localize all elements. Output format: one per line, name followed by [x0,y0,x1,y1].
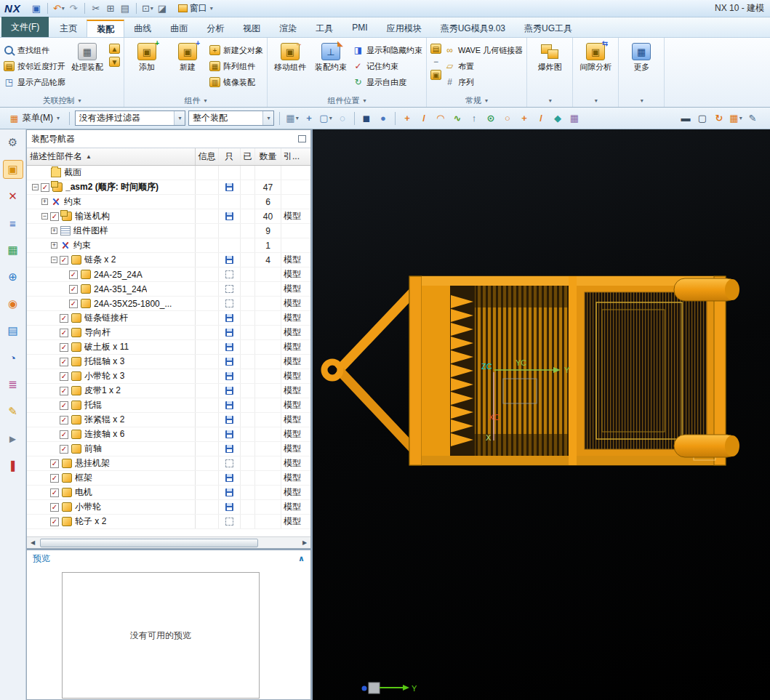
visibility-checkbox[interactable]: ✓ [60,343,68,352]
save-button[interactable]: ▣ [30,2,43,15]
group-label-clearance-analysis[interactable]: ▾ [577,94,614,107]
panel-splitter[interactable] [311,129,313,700]
show-degrees-of-freedom-button[interactable]: ↻ 显示自由度 [353,76,422,89]
snap-settings-button[interactable]: ▦▾ [285,110,300,126]
tab-analysis[interactable]: 分析 [197,20,233,37]
gem-point-button[interactable]: ◆ [550,110,565,126]
column-header-name[interactable]: 描述性部件名 ▲ [27,148,196,165]
selection-filter-dropdown[interactable]: 没有选择过滤器 ▾ [75,110,185,126]
find-component-button[interactable]: 查找组件 [4,44,65,57]
column-header-modified[interactable]: 已 [241,148,255,165]
tree-row-3[interactable]: −✓输送机构40模型 [27,209,310,224]
group-label-association-control[interactable]: 关联控制 ▾ [4,94,120,107]
selection-scope-dropdown[interactable]: 整个装配 ▾ [188,110,274,126]
visibility-checkbox[interactable]: ✓ [60,358,68,366]
window-capture-button[interactable]: ⊡▾ [141,2,154,15]
visibility-checkbox[interactable]: ✓ [60,387,68,395]
lasso-select-button[interactable]: ◌ [335,110,350,126]
tree-row-21[interactable]: ✓框架模型 [27,471,310,486]
cut-button[interactable]: ✂ [89,2,103,15]
tree-row-15[interactable]: ✓皮带1 x 2模型 [27,384,310,398]
visibility-checkbox[interactable]: ✓ [69,299,78,308]
wave-geometry-linker-button[interactable]: ∞ WAVE 几何链接器 [444,44,523,57]
notebook-button[interactable]: ❚ [3,456,23,475]
wave-page-icon[interactable]: ▤ [430,44,441,54]
display-mode-button[interactable]: ▬ [678,110,693,126]
tab-application[interactable]: 应用模块 [377,20,431,37]
tree-row-13[interactable]: ✓托辊轴 x 3模型 [27,355,310,369]
roles-gear-button[interactable]: ⚙ [3,133,23,152]
show-product-outline-button[interactable]: ◳ 显示产品轮廓 [4,76,65,89]
tree-row-2[interactable]: +约束6 [27,195,310,209]
manufacturing-wizard-button[interactable]: ► [3,429,23,448]
expand-toggle[interactable]: + [41,198,48,205]
column-header-readonly[interactable]: 只 [219,148,241,165]
remember-constraints-button[interactable]: ✓ 记住约束 [353,60,422,73]
scroll-right-icon[interactable]: ▶ [299,539,310,546]
tab-view[interactable]: 视图 [233,20,270,37]
visibility-checkbox[interactable]: ✓ [60,445,68,454]
spline-button[interactable]: ∿ [450,110,465,126]
tree-row-7[interactable]: ✓24A-25_24A模型 [27,267,310,282]
more-button[interactable]: ▦ 更多 [622,40,660,71]
visibility-checkbox[interactable]: ✓ [60,416,68,425]
snap-mid-button[interactable]: ◠ [433,110,448,126]
tree-row-8[interactable]: ✓24A-351_24A模型 [27,282,310,297]
process-studio-button[interactable]: ✎ [3,402,23,421]
scroll-left-icon[interactable]: ◀ [27,539,39,546]
tree-row-19[interactable]: ✓前轴模型 [27,442,310,456]
touch-select-button[interactable]: + [302,110,316,126]
expand-toggle[interactable]: + [51,242,57,249]
tree-row-11[interactable]: ✓导向杆模型 [27,326,310,340]
tree-row-16[interactable]: ✓托辊模型 [27,398,310,413]
visibility-checkbox[interactable]: ✓ [60,401,68,410]
make-displayed-part-icon[interactable]: ▼ [109,57,120,67]
tree-row-14[interactable]: ✓小带轮 x 3模型 [27,369,310,384]
sequence-button[interactable]: # 序列 [444,76,523,89]
new-component-button[interactable]: ▣+ 新建 [169,40,206,71]
window-cascade-button[interactable]: ▢ [695,110,710,126]
rectangle-select-button[interactable]: ▢▾ [318,110,333,126]
group-label-exploded-views[interactable]: ▾ [531,94,569,107]
collapse-toggle[interactable]: − [32,184,39,190]
collapse-toggle[interactable]: − [51,257,57,263]
tab-pmi[interactable]: PMI [342,20,377,37]
tree-row-17[interactable]: ✓张紧辊 x 2模型 [27,413,310,427]
group-label-general[interactable]: 常规 ▾ [430,94,523,107]
mirror-assembly-button[interactable]: ▥ 镜像装配 [209,76,263,89]
collapse-preview-icon[interactable]: ∧ [298,554,305,563]
tree-row-1[interactable]: −✓_asm2 (顺序: 时间顺序)47 [27,180,310,195]
tree-row-10[interactable]: ✓链条链接杆模型 [27,311,310,326]
tree-row-9[interactable]: ✓24A-35X25-1800_...模型 [27,297,310,311]
undock-panel-icon[interactable] [298,135,306,142]
make-work-part-icon[interactable]: ▲ [109,44,120,54]
visibility-checkbox[interactable]: ✓ [60,314,68,323]
system-materials-button[interactable]: ≣ [3,375,23,394]
annotate-button[interactable]: ✎ [745,110,760,126]
tree-row-20[interactable]: ✓悬挂机架模型 [27,456,310,471]
move-component-button[interactable]: ▣↔ 移动组件 [271,40,309,71]
pattern-component-button[interactable]: ▦ 阵列组件 [209,60,263,73]
visibility-checkbox[interactable]: ✓ [50,503,59,512]
3d-viewport-canvas[interactable]: ZC YC Y XC X Y [313,129,770,700]
column-header-quantity[interactable]: 数量 [255,148,281,165]
tab-assemblies[interactable]: 装配 [87,20,124,37]
visibility-checkbox[interactable]: ✓ [69,285,78,294]
send-button[interactable]: ◪ [156,2,169,15]
web-page-button[interactable]: ▤ [3,321,23,340]
tree-row-18[interactable]: ✓连接轴 x 6模型 [27,427,310,442]
reuse-library-button[interactable]: ▦ [3,241,23,260]
product-interface-icon[interactable]: ▣ [430,70,441,80]
shaded-cube-button[interactable]: ◼ [359,110,374,126]
tab-file[interactable]: 文件(F) [1,17,49,37]
tree-row-12[interactable]: ✓破土板 x 11模型 [27,340,310,355]
arrangements-button[interactable]: ▱ 布置 [444,60,523,73]
tree-row-5[interactable]: +约束1 [27,238,310,253]
tab-curve[interactable]: 曲线 [124,20,161,37]
tab-surface[interactable]: 曲面 [161,20,197,37]
tree-row-6[interactable]: −✓链条 x 24模型 [27,253,310,267]
constraint-navigator-button[interactable]: ✕ [3,187,23,206]
visibility-checkbox[interactable]: ✓ [41,183,49,192]
tree-row-4[interactable]: +组件图样9 [27,224,310,238]
group-label-more[interactable]: ▾ [622,94,660,107]
